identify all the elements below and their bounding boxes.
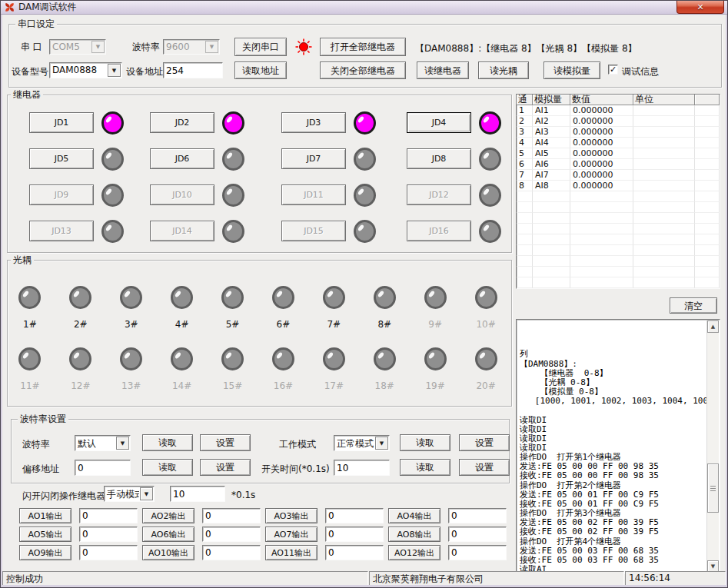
ao-output-button[interactable]: AO3输出 <box>265 508 317 523</box>
table-row[interactable] <box>517 267 720 277</box>
ao-output-input[interactable] <box>79 527 138 542</box>
offset-set-button[interactable]: 设置 <box>200 459 251 476</box>
relay-button[interactable]: JD5 <box>29 148 94 169</box>
baudrate-set-button[interactable]: 设置 <box>200 434 251 451</box>
table-row[interactable] <box>517 245 720 256</box>
ao-output-button[interactable]: AO11输出 <box>265 545 317 560</box>
ao-output-button[interactable]: AO1输出 <box>19 508 71 523</box>
relay-button[interactable]: JD2 <box>150 112 214 133</box>
relay-button[interactable]: JD10 <box>150 184 214 205</box>
ao-output-input[interactable] <box>325 545 384 560</box>
relay-button[interactable]: JD9 <box>29 184 94 205</box>
window-frame-right <box>726 15 727 587</box>
cell-unit <box>633 116 695 127</box>
flash-time-input[interactable] <box>170 486 225 502</box>
cell-analog-name: AI4 <box>533 138 570 148</box>
close-all-relays-button[interactable]: 关闭全部继电器 <box>320 61 406 79</box>
cell-channel: 8 <box>517 181 533 191</box>
baudrate-select[interactable]: 9600 ▼ <box>163 39 220 55</box>
ao-output-input[interactable] <box>202 527 261 542</box>
table-row[interactable] <box>517 256 720 267</box>
switch-time-input[interactable] <box>334 460 390 476</box>
relay-cell: JD10 <box>144 177 275 213</box>
ao-output-input[interactable] <box>79 508 138 523</box>
relay-button[interactable]: JD1 <box>29 112 94 133</box>
ao-output-button[interactable]: AO12输出 <box>388 545 440 560</box>
relay-button[interactable]: JD13 <box>29 221 94 241</box>
read-opto-button[interactable]: 读光耦 <box>478 61 529 79</box>
relay-button[interactable]: JD4 <box>407 112 471 133</box>
baudrate-setting-select[interactable]: 默认 ▼ <box>75 435 131 451</box>
read-relays-button[interactable]: 读继电器 <box>417 61 469 79</box>
offset-address-input[interactable] <box>75 460 131 476</box>
device-model-select[interactable]: DAM0888 ▼ <box>49 62 122 78</box>
ao-output-input[interactable] <box>325 527 384 542</box>
opto-indicator-led <box>18 286 41 309</box>
workmode-set-button[interactable]: 设置 <box>459 434 510 451</box>
table-row[interactable] <box>517 224 720 234</box>
ao-output-button[interactable]: AO9输出 <box>19 545 71 560</box>
ao-output-input[interactable] <box>325 508 384 523</box>
cell-extra <box>695 213 720 224</box>
table-row[interactable] <box>517 234 720 245</box>
table-row[interactable]: 2 AI2 0.000000 <box>517 116 720 127</box>
relay-button[interactable]: JD16 <box>407 221 471 241</box>
ao-output-button[interactable]: AO6输出 <box>142 527 194 542</box>
close-serial-button[interactable]: 关闭串口 <box>234 38 287 56</box>
table-row[interactable]: 4 AI4 0.000000 <box>517 138 720 148</box>
ao-output-button[interactable]: AO10输出 <box>142 545 194 560</box>
read-analog-button[interactable]: 读模拟量 <box>544 61 600 79</box>
table-row[interactable]: 7 AI7 0.000000 <box>517 170 720 181</box>
table-row[interactable]: 1 AI1 0.000000 <box>517 105 720 116</box>
table-row[interactable] <box>517 277 720 288</box>
table-row[interactable] <box>517 202 720 213</box>
ao-output-button[interactable]: AO5输出 <box>19 527 71 542</box>
offset-read-button[interactable]: 读取 <box>142 459 193 476</box>
ao-output-input[interactable] <box>202 545 261 560</box>
ao-output-button[interactable]: AO4输出 <box>388 508 440 523</box>
scrollbar-thumb[interactable] <box>707 463 719 513</box>
close-button[interactable]: ✕ <box>676 1 724 14</box>
table-row[interactable] <box>517 213 720 224</box>
ao-output-button[interactable]: AO7输出 <box>265 527 317 542</box>
workmode-select[interactable]: 正常模式 ▼ <box>334 435 390 451</box>
ao-output-cell: AO10输出 <box>142 545 265 560</box>
table-row[interactable] <box>517 191 720 202</box>
log-panel[interactable]: 列【DAM0888】: 【继电器 0-8】 【光耦 0-8】 【模拟量 0-8】… <box>516 319 720 574</box>
open-all-relays-button[interactable]: 打开全部继电器 <box>320 38 406 56</box>
relay-button[interactable]: JD14 <box>150 221 214 241</box>
relay-button[interactable]: JD6 <box>150 148 214 169</box>
ao-output-input[interactable] <box>448 545 507 560</box>
ao-output-input[interactable] <box>202 508 261 523</box>
switch-time-read-button[interactable]: 读取 <box>400 459 450 476</box>
ao-output-input[interactable] <box>79 545 138 560</box>
switch-time-set-button[interactable]: 设置 <box>459 459 510 476</box>
relay-button[interactable]: JD3 <box>281 112 346 133</box>
ao-output-input[interactable] <box>448 508 507 523</box>
log-line <box>520 406 706 415</box>
port-select[interactable]: COM5 ▼ <box>49 39 106 55</box>
debug-info-checkbox[interactable]: ✓ <box>608 65 618 75</box>
serial-open-indicator-led <box>295 38 312 55</box>
relay-button[interactable]: JD15 <box>281 221 346 241</box>
ao-output-button[interactable]: AO8输出 <box>388 527 440 542</box>
read-address-button[interactable]: 读取地址 <box>234 61 287 79</box>
relay-group-title: 继电器 <box>11 89 43 100</box>
log-scrollbar[interactable]: ▲ ▼ <box>706 321 719 573</box>
table-row[interactable]: 8 AI8 0.000000 <box>517 181 720 191</box>
workmode-read-button[interactable]: 读取 <box>400 434 450 451</box>
scroll-up-icon[interactable]: ▲ <box>707 321 719 333</box>
flash-mode-select[interactable]: 手动模式 ▼ <box>104 486 155 502</box>
relay-button[interactable]: JD8 <box>407 148 471 169</box>
clear-log-button[interactable]: 清空 <box>670 297 717 314</box>
relay-button[interactable]: JD11 <box>281 184 346 205</box>
ao-output-input[interactable] <box>448 527 507 542</box>
relay-button[interactable]: JD12 <box>407 184 471 205</box>
relay-button[interactable]: JD7 <box>281 148 346 169</box>
ao-output-button[interactable]: AO2输出 <box>142 508 194 523</box>
baudrate-read-button[interactable]: 读取 <box>142 434 193 451</box>
table-row[interactable]: 5 AI5 0.000000 <box>517 148 720 159</box>
table-row[interactable]: 6 AI6 0.000000 <box>517 159 720 170</box>
table-row[interactable]: 3 AI3 0.000000 <box>517 127 720 138</box>
device-address-input[interactable] <box>163 62 223 78</box>
